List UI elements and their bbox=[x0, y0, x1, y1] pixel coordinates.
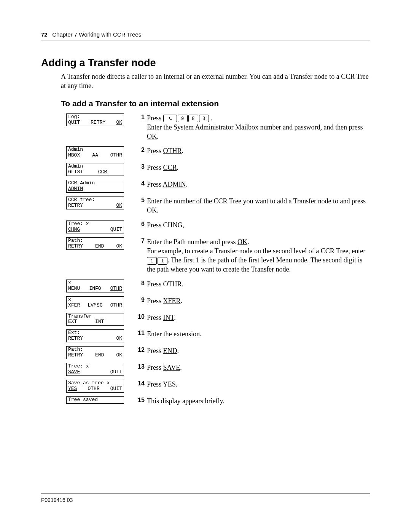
intro-paragraph: A Transfer node directs a caller to an i… bbox=[61, 72, 370, 91]
step-text: Press SAVE. bbox=[147, 363, 370, 372]
step-number: 8 bbox=[135, 280, 147, 288]
softkey-ref: OTHR bbox=[163, 147, 182, 155]
step-number: 3 bbox=[135, 163, 147, 171]
step-text: Press XFER. bbox=[147, 296, 370, 305]
lcd-display: CCR AdminADMIN bbox=[66, 180, 124, 193]
step-number: 9 bbox=[135, 296, 147, 304]
digit-key: 8 bbox=[188, 115, 198, 122]
softkey-ref: INT bbox=[163, 314, 174, 321]
step-number: 5 bbox=[135, 197, 147, 204]
digit-key: 1 bbox=[147, 257, 157, 265]
lcd-display: Ext:RETRYOK bbox=[66, 329, 124, 342]
step-row: Path:RETRYENDOK 12 Press END. bbox=[66, 346, 370, 359]
step-text: Enter the Path number and press OK. For … bbox=[147, 237, 370, 274]
step-text: Press ADMIN. bbox=[147, 180, 370, 189]
step-text: Press END. bbox=[147, 346, 370, 355]
step-text-fragment: Enter the Path number and press bbox=[147, 238, 237, 246]
step-row: Ext:RETRYOK 11 Enter the extension. bbox=[66, 329, 370, 342]
lcd-display: Tree saved bbox=[66, 396, 124, 404]
lcd-display: AdminGLISTCCR bbox=[66, 163, 124, 176]
step-row: CCR AdminADMIN 4 Press ADMIN. bbox=[66, 180, 370, 193]
step-text: Press OTHR. bbox=[147, 146, 370, 155]
lcd-display: Log:QUITRETRYOK bbox=[66, 113, 124, 126]
example-key-sequence: 1 1 bbox=[147, 257, 167, 265]
digit-key: 1 bbox=[158, 257, 167, 265]
step-row: Tree saved 15 This display appears brief… bbox=[66, 396, 370, 406]
softkey-ref: CCR bbox=[163, 164, 177, 171]
step-text: Press CHNG, bbox=[147, 220, 370, 230]
page: 72 Chapter 7 Working with CCR Trees Addi… bbox=[0, 0, 411, 532]
step-text: Press INT. bbox=[147, 313, 370, 322]
page-number: 72 bbox=[41, 31, 48, 38]
softkey-ref: SAVE bbox=[163, 364, 180, 371]
step-row: Log:QUITRETRYOK 1 Press 9 8 3 . Enter th… bbox=[66, 113, 370, 141]
lcd-display: Path:RETRYENDOK bbox=[66, 237, 124, 250]
step-row: AdminMBOXAAOTHR 2 Press OTHR. bbox=[66, 146, 370, 159]
step-text: This display appears briefly. bbox=[147, 396, 370, 406]
softkey-ref: OK bbox=[237, 238, 247, 246]
softkey-ref: OK bbox=[147, 206, 157, 214]
press-label: Press bbox=[147, 221, 163, 229]
step-text: Press OTHR. bbox=[147, 280, 370, 289]
step-row: xMENUINFOOTHR 8 Press OTHR. bbox=[66, 280, 370, 292]
lcd-display: Tree: xCHNGQUIT bbox=[66, 220, 124, 233]
step-number: 15 bbox=[135, 396, 147, 404]
step-number: 7 bbox=[135, 237, 147, 245]
page-header: 72 Chapter 7 Working with CCR Trees bbox=[41, 31, 370, 40]
lcd-display: AdminMBOXAAOTHR bbox=[66, 146, 124, 159]
softkey-ref: ADMIN bbox=[163, 181, 186, 188]
step-text: Press 9 8 3 . Enter the System Administr… bbox=[147, 113, 370, 141]
chapter-title: Chapter 7 Working with CCR Trees bbox=[52, 31, 141, 38]
step-text: Press YES. bbox=[147, 380, 370, 389]
step-row: Tree: xCHNGQUIT 6 Press CHNG, bbox=[66, 220, 370, 233]
press-label: Press bbox=[147, 280, 163, 288]
step-number: 2 bbox=[135, 146, 147, 154]
lcd-display: CCR tree:RETRYOK bbox=[66, 197, 124, 209]
step-text-fragment: For example, to create a Transfer node o… bbox=[147, 247, 365, 255]
step-row: CCR tree:RETRYOK 5 Enter the number of t… bbox=[66, 197, 370, 215]
step-number: 4 bbox=[135, 180, 147, 188]
phone-icon bbox=[168, 117, 172, 120]
step-number: 13 bbox=[135, 363, 147, 371]
step-text: Enter the extension. bbox=[147, 329, 370, 339]
softkey-ref: XFER bbox=[163, 297, 181, 305]
step-number: 11 bbox=[135, 329, 147, 337]
lcd-display: Tree: xSAVEQUIT bbox=[66, 363, 124, 376]
press-label: Press bbox=[147, 164, 163, 171]
lcd-display: xXFERLVMSGOTHR bbox=[66, 296, 124, 309]
digit-key: 9 bbox=[178, 115, 188, 122]
step-text-fragment: Enter the number of the CCR Tree you wan… bbox=[147, 197, 366, 205]
step-row: xXFERLVMSGOTHR 9 Press XFER. bbox=[66, 296, 370, 309]
softkey-ref: END bbox=[163, 347, 177, 355]
press-label: Press bbox=[147, 364, 163, 371]
press-label: Press bbox=[147, 380, 163, 388]
step-number: 12 bbox=[135, 346, 147, 354]
lcd-display: Path:RETRYENDOK bbox=[66, 346, 124, 359]
subsection-title: To add a Transfer to an internal extensi… bbox=[61, 99, 370, 108]
digit-key: 3 bbox=[199, 115, 209, 122]
press-label: Press bbox=[147, 181, 163, 188]
lcd-display: xMENUINFOOTHR bbox=[66, 280, 124, 292]
lcd-display: Save as tree xYESOTHRQUIT bbox=[66, 380, 124, 393]
step-row: TransferEXTINT 10 Press INT. bbox=[66, 313, 370, 326]
step-number: 6 bbox=[135, 220, 147, 228]
softkey-ref: YES bbox=[163, 380, 176, 388]
step-text-fragment: . The first 1 is the path of the first l… bbox=[147, 256, 362, 273]
step-row: Save as tree xYESOTHRQUIT 14 Press YES. bbox=[66, 380, 370, 393]
step-number: 10 bbox=[135, 313, 147, 321]
press-label: Press bbox=[147, 314, 163, 321]
step-number: 14 bbox=[135, 380, 147, 388]
step-row: Path:RETRYENDOK 7 Enter the Path number … bbox=[66, 237, 370, 274]
softkey-ref: CHNG bbox=[163, 221, 183, 229]
softkey-ref: OTHR bbox=[163, 280, 182, 288]
step-text-fragment: Enter the System Administrator Mailbox n… bbox=[147, 123, 363, 131]
press-label: Press bbox=[147, 297, 163, 305]
softkey-ref: OK bbox=[147, 133, 157, 140]
page-footer: P0919416 03 bbox=[41, 494, 370, 503]
press-label: Press bbox=[147, 114, 163, 122]
step-row: Tree: xSAVEQUIT 13 Press SAVE. bbox=[66, 363, 370, 376]
press-label: Press bbox=[147, 347, 163, 355]
section-title: Adding a Transfer node bbox=[41, 57, 370, 69]
step-row: AdminGLISTCCR 3 Press CCR. bbox=[66, 163, 370, 176]
press-label: Press bbox=[147, 147, 163, 155]
